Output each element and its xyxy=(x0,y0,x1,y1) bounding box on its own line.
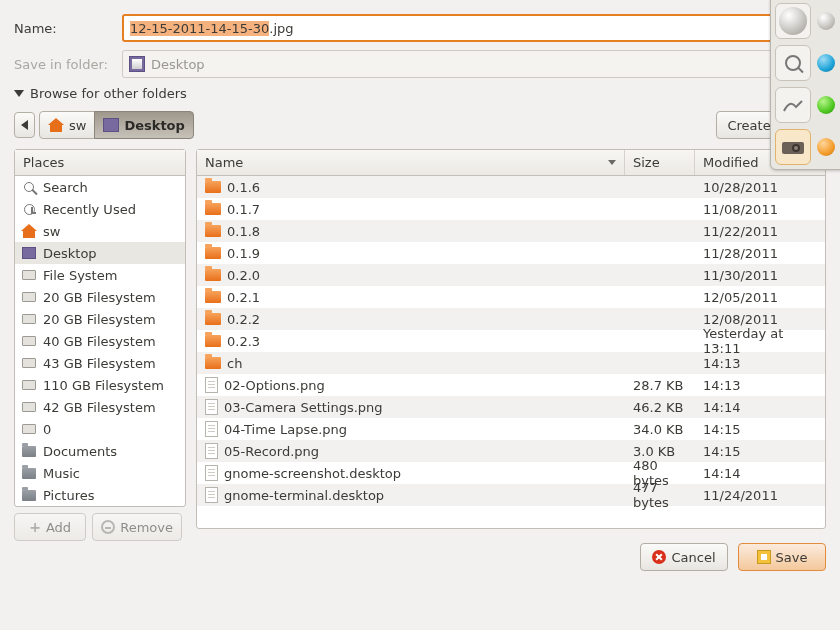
drive-icon xyxy=(22,292,36,302)
path-segment-sw[interactable]: sw xyxy=(39,111,95,139)
file-modified: 11/22/2011 xyxy=(703,224,778,239)
place-item[interactable]: Search xyxy=(15,176,185,198)
file-row[interactable]: 02-Options.png28.7 KB14:13 xyxy=(197,374,825,396)
places-list[interactable]: SearchRecently UsedswDesktopFile System2… xyxy=(15,176,185,506)
file-row[interactable]: 0.2.011/30/2011 xyxy=(197,264,825,286)
folder-icon xyxy=(205,291,221,303)
filename-selected: 12-15-2011-14-15-30 xyxy=(130,21,269,36)
file-icon xyxy=(205,399,218,415)
column-name[interactable]: Name xyxy=(197,150,625,175)
add-place-button[interactable]: +Add xyxy=(14,513,86,541)
save-folder-combo[interactable]: Desktop xyxy=(122,50,826,78)
file-row[interactable]: 0.1.911/28/2011 xyxy=(197,242,825,264)
sort-indicator-icon xyxy=(608,160,616,165)
file-row[interactable]: gnome-screenshot.desktop480 bytes14:14 xyxy=(197,462,825,484)
folder-icon xyxy=(205,357,221,369)
file-name: ch xyxy=(227,356,242,371)
file-row[interactable]: ch14:13 xyxy=(197,352,825,374)
place-item[interactable]: Desktop xyxy=(15,242,185,264)
places-header: Places xyxy=(15,150,185,176)
bubble-icon xyxy=(817,96,835,114)
dock-extra-button[interactable] xyxy=(775,3,811,39)
file-modified: 10/28/2011 xyxy=(703,180,778,195)
filename-suffix: .jpg xyxy=(269,21,293,36)
file-name: gnome-terminal.desktop xyxy=(224,488,384,503)
save-button[interactable]: Save xyxy=(738,543,826,571)
folder-icon xyxy=(205,247,221,259)
file-icon xyxy=(205,443,218,459)
file-row[interactable]: 04-Time Lapse.png34.0 KB14:15 xyxy=(197,418,825,440)
file-row[interactable]: gnome-terminal.desktop477 bytes11/24/201… xyxy=(197,484,825,506)
file-modified: 11/30/2011 xyxy=(703,268,778,283)
file-name: 0.2.1 xyxy=(227,290,260,305)
place-item[interactable]: 40 GB Filesystem xyxy=(15,330,185,352)
chevron-left-icon xyxy=(21,120,28,130)
place-label: 20 GB Filesystem xyxy=(43,290,156,305)
file-size: 28.7 KB xyxy=(633,378,684,393)
place-item[interactable]: 0 xyxy=(15,418,185,440)
place-label: File System xyxy=(43,268,117,283)
file-row[interactable]: 05-Record.png3.0 KB14:15 xyxy=(197,440,825,462)
file-name: gnome-screenshot.desktop xyxy=(224,466,401,481)
file-icon xyxy=(205,421,218,437)
remove-place-button[interactable]: Remove xyxy=(92,513,182,541)
bubble-icon xyxy=(779,7,807,35)
file-row[interactable]: 0.1.811/22/2011 xyxy=(197,220,825,242)
file-size: 46.2 KB xyxy=(633,400,684,415)
drive-icon xyxy=(22,424,36,434)
file-size: 477 bytes xyxy=(633,480,687,510)
dock-camera-button[interactable] xyxy=(775,129,811,165)
search-icon xyxy=(24,182,34,192)
column-size[interactable]: Size xyxy=(625,150,695,175)
svg-point-2 xyxy=(794,146,798,150)
file-modified: 12/08/2011 xyxy=(703,312,778,327)
file-name: 0.1.7 xyxy=(227,202,260,217)
browse-folders-expander[interactable]: Browse for other folders xyxy=(14,86,826,101)
file-modified: 11/08/2011 xyxy=(703,202,778,217)
dock-zoom-button[interactable] xyxy=(775,45,811,81)
files-columns-header: Name Size Modified xyxy=(197,150,825,176)
file-row[interactable]: 03-Camera Settings.png46.2 KB14:14 xyxy=(197,396,825,418)
place-label: Music xyxy=(43,466,80,481)
file-size: 34.0 KB xyxy=(633,422,684,437)
place-label: Documents xyxy=(43,444,117,459)
place-item[interactable]: 20 GB Filesystem xyxy=(15,286,185,308)
remove-icon xyxy=(101,520,115,534)
folder-icon xyxy=(205,313,221,325)
place-item[interactable]: Documents xyxy=(15,440,185,462)
cancel-button[interactable]: Cancel xyxy=(640,543,728,571)
folder-icon xyxy=(22,446,36,457)
place-label: Recently Used xyxy=(43,202,136,217)
camera-icon xyxy=(781,139,805,155)
place-item[interactable]: 110 GB Filesystem xyxy=(15,374,185,396)
file-row[interactable]: 0.2.112/05/2011 xyxy=(197,286,825,308)
path-back-button[interactable] xyxy=(14,112,35,138)
file-modified: 14:15 xyxy=(703,422,740,437)
place-item[interactable]: File System xyxy=(15,264,185,286)
file-row[interactable]: 0.1.610/28/2011 xyxy=(197,176,825,198)
file-modified: Yesterday at 13:11 xyxy=(703,326,817,356)
file-row[interactable]: 0.2.3Yesterday at 13:11 xyxy=(197,330,825,352)
place-item[interactable]: Music xyxy=(15,462,185,484)
file-name: 02-Options.png xyxy=(224,378,325,393)
place-label: 43 GB Filesystem xyxy=(43,356,156,371)
home-icon xyxy=(21,224,37,238)
file-row[interactable]: 0.1.711/08/2011 xyxy=(197,198,825,220)
place-item[interactable]: Pictures xyxy=(15,484,185,506)
filename-input[interactable]: 12-15-2011-14-15-30.jpg xyxy=(122,14,826,42)
place-item[interactable]: 20 GB Filesystem xyxy=(15,308,185,330)
drive-icon xyxy=(22,358,36,368)
file-name: 0.1.9 xyxy=(227,246,260,261)
place-item[interactable]: sw xyxy=(15,220,185,242)
desktop-icon xyxy=(129,56,145,72)
place-item[interactable]: Recently Used xyxy=(15,198,185,220)
place-item[interactable]: 42 GB Filesystem xyxy=(15,396,185,418)
save-folder-text: Desktop xyxy=(151,57,205,72)
files-list[interactable]: 0.1.610/28/20110.1.711/08/20110.1.811/22… xyxy=(197,176,825,528)
place-label: 20 GB Filesystem xyxy=(43,312,156,327)
save-in-label: Save in folder: xyxy=(14,57,108,72)
chevron-down-icon xyxy=(14,90,24,97)
place-item[interactable]: 43 GB Filesystem xyxy=(15,352,185,374)
dock-draw-button[interactable] xyxy=(775,87,811,123)
path-segment-desktop[interactable]: Desktop xyxy=(94,111,193,139)
